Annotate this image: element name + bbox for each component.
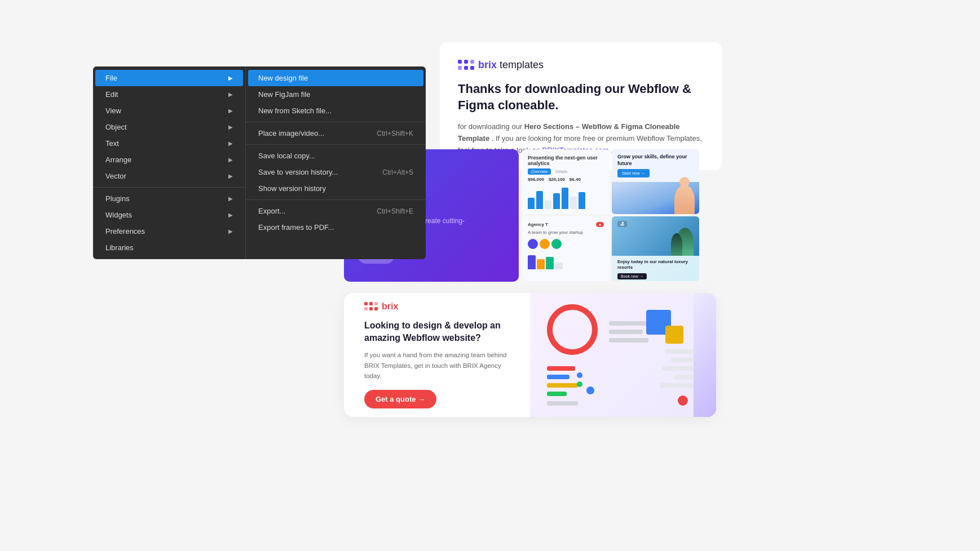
menu-item-plugins-label: Plugins — [105, 194, 130, 203]
menu-item-export-pdf[interactable]: Export frames to PDF... — [248, 219, 423, 235]
menu-item-save-version-shortcut: Ctrl+Alt+S — [382, 168, 413, 176]
bar-4 — [553, 193, 560, 209]
menu-item-new-figjam-label: New FigJam file — [258, 90, 310, 99]
design-purple-edge — [694, 293, 716, 417]
menu-item-new-figjam[interactable]: New FigJam file — [248, 86, 423, 103]
agency-card-content: Agency T ● A team to grow your startup — [522, 216, 610, 275]
menu-item-text[interactable]: Text ▶ — [95, 135, 243, 152]
brix-agency-brand: brix — [382, 301, 398, 312]
desc-prefix: for downloading our — [458, 122, 524, 131]
brix-agency-button[interactable]: Get a quote → — [364, 390, 436, 408]
menu-item-object-arrow: ▶ — [228, 124, 233, 130]
bar-6 — [570, 197, 577, 209]
menu-item-file-arrow: ▶ — [228, 75, 233, 81]
resort-badge: 🏖 — [617, 221, 627, 227]
agency-figures — [528, 252, 604, 269]
menu-item-new-from-sketch-label: New from Sketch file... — [258, 106, 332, 115]
person-figure — [674, 185, 695, 214]
brix-agency-text: brix — [382, 301, 398, 311]
design-bar-bottom — [547, 401, 578, 406]
menu-item-widgets-label: Widgets — [105, 211, 132, 219]
dot-3 — [470, 60, 474, 64]
menu-right-panel: New design file New FigJam file New from… — [245, 66, 426, 259]
design-square-yellow — [665, 326, 683, 344]
avatar-3 — [551, 239, 562, 249]
person-head — [679, 177, 690, 187]
menu-item-plugins[interactable]: Plugins ▶ — [95, 190, 243, 207]
menu-item-place-image-label: Place image/video... — [258, 129, 324, 137]
menu-item-save-version[interactable]: Save to version history... Ctrl+Alt+S — [248, 164, 423, 180]
mini-card-resort: 🏖 Enjoy today in our natural luxury reso… — [612, 216, 699, 281]
dot-5 — [464, 66, 468, 70]
menu-item-export-pdf-label: Export frames to PDF... — [258, 223, 334, 232]
menu-item-file-label: File — [105, 74, 117, 82]
agency-badge: ● — [596, 222, 604, 227]
mini-card-analytics: Presenting the next-gen user analytics O… — [522, 149, 610, 214]
skills-btn: Start now → — [617, 169, 650, 177]
resort-btn: Book now → — [617, 273, 647, 279]
menu-item-widgets[interactable]: Widgets ▶ — [95, 207, 243, 223]
agency-avatars — [528, 239, 604, 249]
analytics-stats: $96,000 $20,100 $6.40 — [528, 177, 604, 182]
agency-dot-5 — [369, 307, 373, 310]
resort-info: Enjoy today in our natural luxury resort… — [612, 256, 699, 281]
menu-item-preferences[interactable]: Preferences ▶ — [95, 223, 243, 239]
menu-item-text-arrow: ▶ — [228, 140, 233, 146]
agency-sub: A team to grow your startup — [528, 229, 604, 235]
menu-item-arrange-arrow: ▶ — [228, 157, 233, 163]
menu-item-object-label: Object — [105, 123, 127, 131]
mini-card-skills: Grow your skills, define your future Sta… — [612, 149, 699, 214]
analytics-tab-2: Details — [553, 168, 570, 175]
agency-dot-3 — [374, 302, 378, 305]
menu-item-export[interactable]: Export... Ctrl+Shift+E — [248, 203, 423, 219]
menu-item-preferences-arrow: ▶ — [228, 228, 233, 234]
menu-item-arrange[interactable]: Arrange ▶ — [95, 152, 243, 168]
dot-2 — [464, 60, 468, 64]
menu-item-object[interactable]: Object ▶ — [95, 119, 243, 135]
brix-agency-dots — [364, 302, 378, 311]
dot-6 — [470, 66, 474, 70]
skills-label: Grow your skills, define your future — [617, 154, 694, 167]
menu-item-export-label: Export... — [258, 207, 285, 215]
menu-item-vector-label: Vector — [105, 172, 126, 180]
menu-item-text-label: Text — [105, 139, 119, 148]
agency-dot-1 — [364, 302, 368, 305]
resort-image: 🏖 — [612, 216, 699, 256]
menu-item-libraries[interactable]: Libraries — [95, 239, 243, 256]
analytics-tab-active: Overview — [528, 168, 551, 175]
fig-2 — [537, 259, 545, 269]
mini-cards-grid: Presenting the next-gen user analytics O… — [522, 149, 699, 281]
menu-item-vector[interactable]: Vector ▶ — [95, 168, 243, 184]
menu-item-libraries-label: Libraries — [105, 243, 134, 252]
design-dot-blue-bottom — [586, 386, 594, 394]
menu-right-divider-3 — [246, 199, 426, 200]
templates-text: templates — [500, 59, 544, 70]
menu-item-edit[interactable]: Edit ▶ — [95, 86, 243, 103]
bar-1 — [528, 198, 535, 209]
design-dot-bottom — [678, 396, 688, 406]
agency-dot-6 — [374, 307, 378, 310]
menu-item-widgets-arrow: ▶ — [228, 212, 233, 218]
menu-item-new-design[interactable]: New design file — [248, 70, 423, 86]
bar-chart — [528, 186, 604, 209]
dot-indicator-2 — [577, 381, 582, 387]
bar-7 — [579, 192, 585, 209]
brix-agency-title: Looking to design & develop an amazing W… — [364, 319, 510, 345]
menu-item-save-local[interactable]: Save local copy... — [248, 148, 423, 164]
menu-item-place-image-shortcut: Ctrl+Shift+K — [377, 130, 413, 137]
fig-3 — [546, 257, 554, 269]
mini-card-analytics-label: Presenting the next-gen user analytics — [528, 155, 604, 166]
brix-agency-left: brix Looking to design & develop an amaz… — [344, 293, 530, 417]
resort-label: Enjoy today in our natural luxury resort… — [617, 259, 694, 271]
bar-3 — [545, 201, 551, 209]
menu-item-place-image[interactable]: Place image/video... Ctrl+Shift+K — [248, 125, 423, 141]
menu-item-file[interactable]: File ▶ — [95, 70, 243, 86]
fig-1 — [528, 255, 536, 269]
menu-item-view[interactable]: View ▶ — [95, 103, 243, 119]
menu-item-show-version[interactable]: Show version history — [248, 180, 423, 197]
brix-logo-dots — [458, 60, 475, 70]
design-circle-red — [547, 304, 598, 355]
menu-item-new-design-label: New design file — [258, 74, 308, 82]
menu-item-new-from-sketch[interactable]: New from Sketch file... — [248, 103, 423, 119]
design-bar-green — [547, 392, 567, 396]
